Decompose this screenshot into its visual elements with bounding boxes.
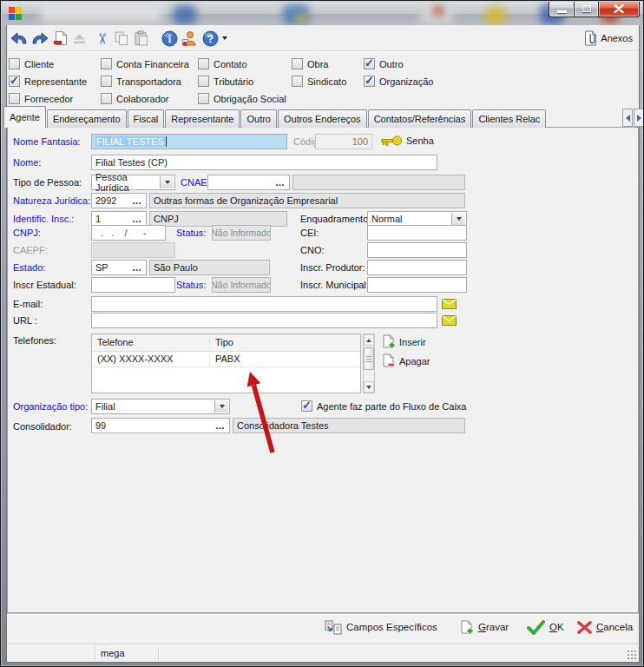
checkbox-cliente[interactable]: Cliente xyxy=(9,58,54,69)
checkbox-box xyxy=(292,76,303,87)
consolidador-input[interactable]: 99… xyxy=(91,418,230,433)
close-button[interactable] xyxy=(598,2,640,17)
tab-contatos-referencias[interactable]: Contatos/Referências xyxy=(368,109,472,128)
telefones-table[interactable]: Telefone Tipo (XX) XXXX-XXXX PABX xyxy=(91,334,361,393)
minimize-button[interactable] xyxy=(549,2,574,17)
cancela-button[interactable]: Cancela xyxy=(577,617,633,637)
checkbox-obra[interactable]: Obra xyxy=(292,58,328,69)
inscr-estadual-input[interactable] xyxy=(91,277,175,293)
lookup-ellipsis-button[interactable]: … xyxy=(275,179,286,186)
lookup-ellipsis-button[interactable]: … xyxy=(132,264,142,271)
checkbox-fornecedor[interactable]: Fornecedor xyxy=(9,93,73,104)
cut-button[interactable]: ✂ xyxy=(95,30,108,47)
app-icon[interactable] xyxy=(9,7,22,20)
selected-option: Pessoa Jurídica xyxy=(95,172,157,193)
email-input[interactable] xyxy=(91,296,437,312)
inserir-button[interactable]: Inserir xyxy=(383,334,426,349)
telefones-scrollbar[interactable] xyxy=(363,334,375,393)
ok-label: OK xyxy=(549,622,564,632)
eject-button[interactable] xyxy=(73,30,86,47)
scroll-up-button[interactable] xyxy=(364,334,374,346)
redo-button[interactable] xyxy=(30,30,49,47)
nome-fantasia-input[interactable]: FILIAL TESTES xyxy=(91,134,287,149)
cei-input[interactable] xyxy=(367,225,467,241)
help-dropdown-button[interactable] xyxy=(222,30,227,47)
senha-button[interactable]: Senha xyxy=(381,135,434,147)
checkbox-outro[interactable]: Outro xyxy=(364,58,404,69)
checkbox-box xyxy=(198,58,209,69)
tab-scroll-left-button[interactable] xyxy=(622,109,633,127)
checkbox-label: Obrigação Social xyxy=(214,94,286,104)
inscr-municipal-label: Inscr. Municipal: xyxy=(300,280,369,290)
envelope-icon xyxy=(442,315,457,326)
checkbox-transportadora[interactable]: Transportadora xyxy=(101,76,181,87)
checkbox-conta-financeira[interactable]: Conta Financeira xyxy=(101,58,189,69)
maximize-button[interactable] xyxy=(574,2,598,17)
campos-especificos-label: Campos Específicos xyxy=(346,622,437,632)
apagar-button[interactable]: Apagar xyxy=(383,353,430,368)
paste-button[interactable] xyxy=(135,30,148,47)
user-button[interactable] xyxy=(181,30,197,47)
senha-label: Senha xyxy=(406,135,434,146)
organizacao-tipo-label: Organização tipo: xyxy=(13,401,88,412)
tab-fiscal[interactable]: Fiscal xyxy=(128,109,165,128)
tab-clientes-relacionados[interactable]: Clientes Relac xyxy=(472,109,546,128)
campos-especificos-button[interactable]: Campos Específicos xyxy=(325,617,437,637)
estado-input[interactable]: SP… xyxy=(91,260,147,275)
open-url-button[interactable] xyxy=(442,315,457,326)
svg-text:?: ? xyxy=(207,33,214,45)
checkbox-sindicato[interactable]: Sindicato xyxy=(292,76,346,87)
organizacao-tipo-select[interactable]: Filial xyxy=(91,399,230,414)
checkbox-colaborador[interactable]: Colaborador xyxy=(101,93,169,104)
inscr-produtor-input[interactable] xyxy=(367,260,467,275)
anexos-button[interactable]: Anexos xyxy=(584,30,633,46)
codigo-input: 100 xyxy=(315,134,372,149)
delete-record-button[interactable] xyxy=(54,30,68,47)
tab-enderecamento[interactable]: Endereçamento xyxy=(47,109,127,128)
tab-representante[interactable]: Representante xyxy=(165,109,240,128)
undo-button[interactable] xyxy=(10,30,29,47)
tab-scroll-right-button[interactable] xyxy=(634,109,644,127)
cno-input[interactable] xyxy=(367,242,467,258)
checkbox-contato[interactable]: Contato xyxy=(198,58,247,69)
dropdown-button[interactable] xyxy=(451,213,465,225)
cnae-input[interactable]: … xyxy=(207,175,290,190)
checkbox-box xyxy=(101,76,112,87)
scroll-down-button[interactable] xyxy=(364,381,374,393)
statusbar-divider xyxy=(95,646,95,660)
cnpj-input[interactable]: . . / - xyxy=(91,225,166,241)
checkbox-box xyxy=(364,76,375,87)
lookup-ellipsis-button[interactable]: … xyxy=(132,197,142,204)
copy-button[interactable] xyxy=(115,30,128,47)
tab-outros-enderecos[interactable]: Outros Endereços xyxy=(278,109,367,128)
lookup-ellipsis-button[interactable]: … xyxy=(132,215,142,222)
checkbox-fluxo-caixa[interactable]: Agente faz parte do Fluxo de Caixa xyxy=(301,400,466,412)
field-value: 99 xyxy=(95,420,106,431)
checkbox-obrigacao-social[interactable]: Obrigação Social xyxy=(198,93,286,104)
delete-row-icon xyxy=(383,353,396,368)
dropdown-button[interactable] xyxy=(214,400,228,413)
natureza-juridica-input[interactable]: 2992… xyxy=(91,193,147,208)
checkbox-organizacao[interactable]: Organização xyxy=(364,76,433,87)
scrollbar-thumb[interactable] xyxy=(364,347,374,370)
info-button[interactable]: i xyxy=(161,30,178,47)
dropdown-button[interactable] xyxy=(160,176,174,188)
send-email-button[interactable] xyxy=(442,299,457,309)
url-input[interactable] xyxy=(91,313,437,328)
table-row[interactable]: (XX) XXXX-XXXX PABX xyxy=(92,352,360,367)
help-button[interactable]: ? xyxy=(202,30,219,47)
cancel-x-icon xyxy=(577,621,592,634)
tipo-pessoa-select[interactable]: Pessoa Jurídica xyxy=(91,175,175,190)
checkbox-label: Tributário xyxy=(214,76,253,87)
resize-grip[interactable] xyxy=(627,650,637,660)
nome-input[interactable]: Filial Testes (CP) xyxy=(91,155,437,170)
gravar-button[interactable]: Gravar xyxy=(461,617,509,637)
tab-agente[interactable]: Agente xyxy=(3,106,46,128)
caepf-input xyxy=(91,242,175,258)
lookup-ellipsis-button[interactable]: … xyxy=(215,422,226,429)
ok-button[interactable]: OK xyxy=(527,617,564,637)
inscr-municipal-input[interactable] xyxy=(367,277,467,293)
checkbox-tributario[interactable]: Tributário xyxy=(198,76,253,87)
tab-outro[interactable]: Outro xyxy=(240,109,277,128)
checkbox-representante[interactable]: Representante xyxy=(9,76,87,87)
